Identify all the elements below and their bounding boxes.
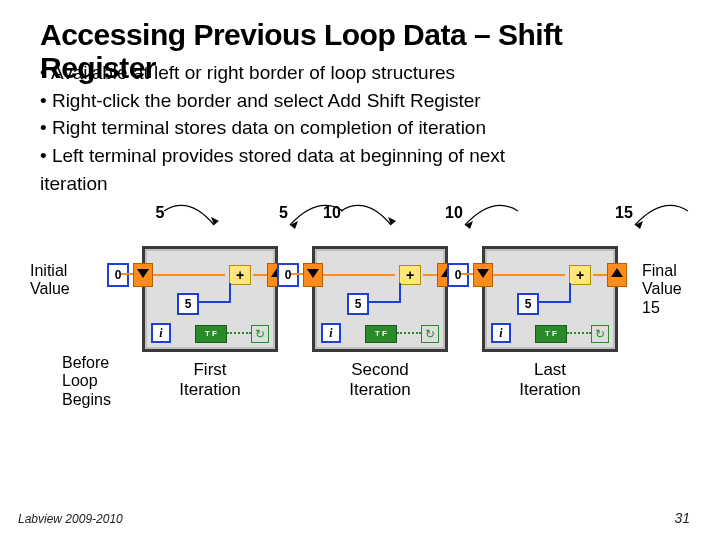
- const-5: 5: [517, 293, 539, 315]
- shift-reg-left-icon: [303, 263, 323, 287]
- footer-right: 31: [674, 510, 690, 526]
- loop-last: 0 + 5 i T F ↻: [482, 246, 618, 352]
- figure-row: Initial Value 5 5 0 + 5 i: [40, 232, 680, 432]
- col-second: 10 10 0 + 5 i T F ↻: [305, 232, 455, 399]
- wire-icon: [423, 274, 437, 276]
- wire-icon: [569, 283, 571, 303]
- wire-icon: [253, 274, 267, 276]
- title-line-1: Accessing Previous Loop Data – Shift: [40, 18, 562, 51]
- bool-term-icon: T F: [365, 325, 397, 343]
- wire-icon: [367, 301, 401, 303]
- wire-icon: [537, 301, 571, 303]
- wire-icon: [399, 283, 401, 303]
- bullet-list: • Available at left or right border of l…: [40, 60, 505, 198]
- shift-reg-right-icon: [607, 263, 627, 287]
- loop-second: 0 + 5 i T F ↻: [312, 246, 448, 352]
- shift-reg-left-icon: [133, 263, 153, 287]
- loop-first: 0 + 5 i T F ↻: [142, 246, 278, 352]
- wire-icon: [227, 332, 251, 335]
- iteration-term-icon: i: [321, 323, 341, 343]
- add-node-icon: +: [399, 265, 421, 285]
- bullet-2: • Right-click the border and select Add …: [40, 88, 505, 114]
- bullet-4: • Left terminal provides stored data at …: [40, 143, 505, 169]
- add-node-icon: +: [229, 265, 251, 285]
- wire-icon: [229, 283, 231, 303]
- loop-cond-icon: ↻: [251, 325, 269, 343]
- loop-cond-icon: ↻: [591, 325, 609, 343]
- footer-left: Labview 2009-2010: [18, 512, 123, 526]
- flow-out-first: 5: [245, 204, 288, 222]
- wire-icon: [197, 301, 231, 303]
- initial-value-label: Initial Value: [30, 262, 70, 299]
- loop-cond-icon: ↻: [421, 325, 439, 343]
- bool-term-icon: T F: [195, 325, 227, 343]
- init-value: 0: [277, 263, 299, 287]
- slide: Accessing Previous Loop Data – Shift Reg…: [0, 0, 720, 540]
- init-value: 0: [107, 263, 129, 287]
- caption-last: Last Iteration: [475, 360, 625, 399]
- bool-term-icon: T F: [535, 325, 567, 343]
- init-value: 0: [447, 263, 469, 287]
- before-label: Before Loop Begins: [62, 354, 111, 409]
- bullet-4-cont: iteration: [40, 171, 505, 197]
- col-last: 15 0 + 5 i T F ↻ Last Iteration: [475, 232, 625, 399]
- final-value-label: Final Value 15: [642, 262, 682, 317]
- col-first: 5 5 0 + 5 i T F ↻: [135, 232, 285, 399]
- flow-out-last: 15: [585, 204, 633, 222]
- bullet-3: • Right terminal stores data on completi…: [40, 115, 505, 141]
- const-5: 5: [347, 293, 369, 315]
- flow-out-second: 10: [415, 204, 463, 222]
- wire-icon: [323, 274, 395, 276]
- wire-icon: [493, 274, 565, 276]
- wire-icon: [153, 274, 225, 276]
- wire-icon: [397, 332, 421, 335]
- iteration-term-icon: i: [491, 323, 511, 343]
- wire-icon: [593, 274, 607, 276]
- shift-reg-left-icon: [473, 263, 493, 287]
- wire-icon: [567, 332, 591, 335]
- caption-second: Second Iteration: [305, 360, 455, 399]
- iteration-term-icon: i: [151, 323, 171, 343]
- caption-first: First Iteration: [135, 360, 285, 399]
- flow-in-second: 10: [335, 204, 341, 222]
- add-node-icon: +: [569, 265, 591, 285]
- const-5: 5: [177, 293, 199, 315]
- bullet-1: • Available at left or right border of l…: [40, 60, 505, 86]
